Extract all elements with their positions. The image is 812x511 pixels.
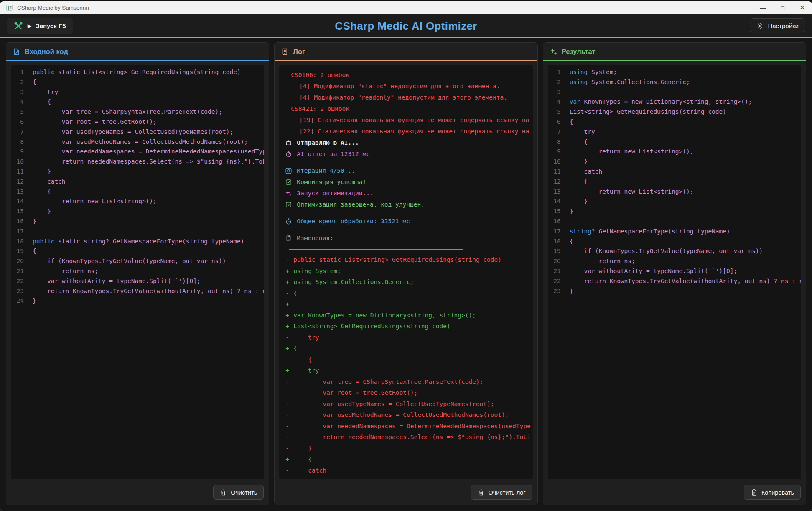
line-number: 18 — [548, 237, 565, 247]
code-line: 14 return new List<string>(); — [11, 197, 264, 207]
code-text: } — [28, 207, 51, 217]
line-number: 19 — [548, 246, 565, 256]
log-error-message: [4] Модификатор "readonly" недопустим дл… — [282, 92, 530, 103]
clear-input-button-label: Очистить — [231, 489, 257, 496]
copy-result-button[interactable]: Копировать — [744, 485, 801, 500]
line-number: 22 — [548, 276, 565, 286]
diff-line-removed: - try — [282, 332, 530, 343]
diff-text: } — [293, 443, 312, 454]
diff-text: var usedTypeNames = CollectUsedTypeNames… — [293, 399, 494, 410]
sparkles-icon — [550, 48, 557, 56]
code-line: 4 { — [11, 97, 264, 107]
code-text: return new List<string>(); — [565, 187, 694, 197]
stopwatch-icon — [285, 218, 292, 225]
close-button[interactable]: × — [792, 1, 812, 14]
window-title: CSharp Medic by Samsonnn — [17, 5, 89, 11]
code-line: 12 { — [548, 177, 801, 187]
log-output[interactable]: CS0106: 2 ошибок[4] Модификатор "static"… — [279, 65, 532, 479]
code-line: 1public static List<string> GetRequiredU… — [11, 67, 264, 77]
line-number: 21 — [548, 266, 565, 276]
line-number: 16 — [11, 217, 28, 227]
code-text: catch — [565, 167, 603, 177]
clear-input-button[interactable]: Очистить — [213, 485, 264, 500]
refresh-icon — [285, 167, 292, 174]
log-status-text: Запуск оптимизации... — [297, 188, 373, 199]
run-button[interactable]: ▶ Запуск F5 — [7, 18, 73, 34]
code-line: 4var KnownTypes = new Dictionary<string,… — [548, 97, 801, 107]
code-line: 17 — [11, 227, 264, 237]
line-number: 23 — [11, 286, 28, 296]
code-text: return ns; — [565, 256, 635, 266]
clipboard-icon — [285, 235, 292, 242]
input-panel-header: Входной код — [6, 43, 269, 61]
input-panel-body: 1public static List<string> GetRequiredU… — [11, 65, 264, 479]
code-line: 24} — [11, 296, 264, 306]
code-line: 22 var withoutArity = typeName.Split('`'… — [11, 276, 264, 286]
code-line: 14 } — [548, 197, 801, 207]
diff-line-removed: -public static List<string> GetRequiredU… — [282, 254, 530, 266]
code-line: 21 var withoutArity = typeName.Split('`'… — [548, 266, 801, 276]
minimize-button[interactable]: — — [753, 1, 773, 14]
diff-text: using System; — [293, 266, 341, 277]
diff-text: var usedMethodNames = CollectUsedMethodN… — [293, 409, 509, 421]
diff-sign: - — [282, 254, 293, 266]
code-keyword: public — [33, 238, 54, 245]
stopwatch-icon — [285, 151, 292, 158]
trash-icon — [220, 489, 227, 496]
code-text: } — [28, 217, 36, 227]
run-button-label: Запуск F5 — [36, 22, 66, 29]
diff-sign: + — [282, 276, 293, 288]
diff-text: public static List<string> GetRequiredUs… — [293, 254, 501, 266]
code-keyword: var — [570, 98, 580, 105]
line-number: 7 — [11, 127, 28, 137]
diff-line-removed: - var root = tree.GetRoot(); — [282, 387, 530, 399]
code-text: return KnownTypes.TryGetValue(withoutAri… — [28, 286, 264, 296]
result-code-view[interactable]: 1using System;2using System.Collections.… — [548, 65, 801, 479]
line-number: 22 — [11, 276, 28, 286]
code-line: 23} — [548, 286, 801, 296]
diff-sign: - — [282, 399, 293, 410]
line-number: 2 — [548, 77, 565, 87]
code-text: { — [565, 237, 573, 247]
line-number: 10 — [11, 157, 28, 167]
diff-text: return neededNamespaces.Select(ns => $"u… — [293, 432, 530, 443]
maximize-button[interactable]: □ — [773, 1, 792, 14]
line-number: 5 — [548, 107, 565, 117]
line-number: 6 — [548, 117, 565, 127]
code-line: 20 return ns; — [548, 256, 801, 266]
diff-line-removed: - return neededNamespaces.Select(ns => $… — [282, 432, 530, 443]
line-number: 13 — [11, 187, 28, 197]
diff-sign: + — [282, 321, 293, 332]
code-line: 19{ — [11, 246, 264, 256]
code-text: var tree = CSharpSyntaxTree.ParseText(co… — [28, 107, 222, 117]
line-number: 12 — [548, 177, 565, 187]
line-number: 18 — [11, 237, 28, 247]
line-number: 6 — [11, 117, 28, 127]
code-line: 13 return new List<string>(); — [548, 187, 801, 197]
code-keyword: string? — [570, 228, 595, 235]
titlebar: CSharp Medic by Samsonnn — □ × — [0, 1, 812, 14]
checkbox-check-icon — [285, 179, 292, 186]
input-code-editor[interactable]: 1public static List<string> GetRequiredU… — [11, 65, 264, 479]
code-line: 6 var root = tree.GetRoot(); — [11, 117, 264, 127]
code-text: var root = tree.GetRoot(); — [28, 117, 157, 127]
code-text — [565, 87, 573, 97]
code-text: string? GetNamespaceForType(string typeN… — [565, 227, 730, 237]
diff-line-added: +var KnownTypes = new Dictionary<string,… — [282, 310, 530, 321]
code-line: 15} — [548, 207, 801, 217]
code-text — [28, 227, 36, 237]
result-panel: Результат 1using System;2using System.Co… — [543, 42, 806, 505]
clear-log-button-label: Очистить лог — [489, 489, 526, 496]
line-number: 11 — [11, 167, 28, 177]
diff-sign: - — [282, 288, 293, 299]
clear-log-button[interactable]: Очистить лог — [471, 485, 532, 500]
diff-line-removed: - catch — [282, 465, 530, 476]
line-number: 5 — [11, 107, 28, 117]
window-controls: — □ × — [753, 1, 812, 14]
code-keyword: public — [33, 69, 54, 75]
code-text: { — [565, 117, 573, 127]
line-number: 19 — [11, 246, 28, 256]
code-text — [565, 217, 573, 227]
code-text: var usedMethodNames = CollectUsedMethodN… — [28, 137, 248, 147]
settings-button[interactable]: Настройки — [750, 18, 805, 33]
